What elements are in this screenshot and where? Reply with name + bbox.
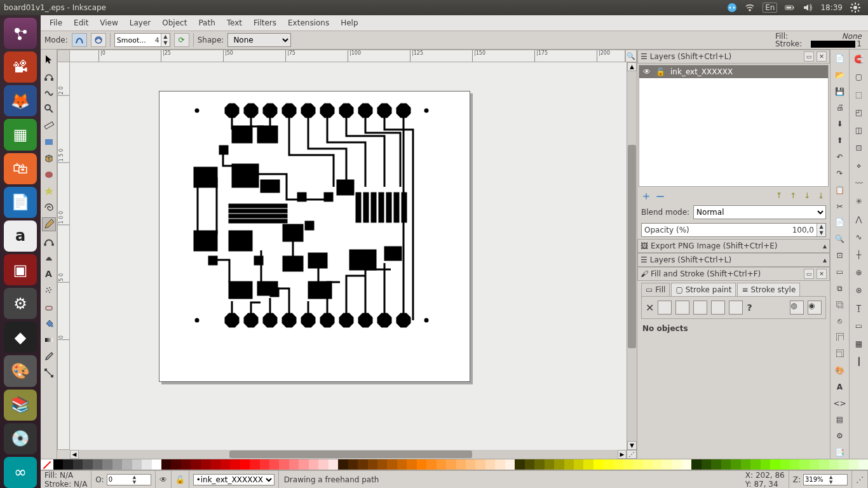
palette-swatch[interactable]: [505, 459, 515, 470]
fill-linear-button[interactable]: [675, 301, 689, 315]
snap-node[interactable]: ⋄: [852, 159, 866, 173]
layer-up-button[interactable]: ↑: [788, 191, 798, 201]
status-layer-vis[interactable]: 👁: [156, 471, 172, 488]
palette-swatch[interactable]: [849, 459, 858, 470]
palette-swatch[interactable]: [142, 459, 151, 470]
palette-swatch[interactable]: [485, 459, 495, 470]
palette-swatch[interactable]: [475, 459, 485, 470]
tool-bucket[interactable]: [42, 316, 56, 330]
snap-guide[interactable]: ┃: [852, 355, 866, 369]
palette-swatch[interactable]: [466, 459, 475, 470]
cmd-prefs[interactable]: ⚙: [833, 430, 847, 442]
launcher-writer[interactable]: 📄: [4, 187, 37, 218]
launcher-firefox[interactable]: 🦊: [4, 85, 37, 116]
layer-bottom-button[interactable]: ⤓: [816, 191, 826, 201]
snap-bbox-corner[interactable]: ◰: [852, 105, 866, 119]
layer-down-button[interactable]: ↓: [802, 191, 812, 201]
launcher-arduino[interactable]: ∞: [4, 457, 37, 488]
palette-swatch[interactable]: [329, 459, 338, 470]
layer-lock-icon[interactable]: 🔓: [656, 67, 665, 76]
mode-spiro-button[interactable]: [91, 33, 106, 47]
cmd-open[interactable]: 📂: [833, 69, 847, 81]
palette-swatch[interactable]: [682, 459, 691, 470]
layer-remove-button[interactable]: −: [655, 191, 665, 201]
palette-swatch[interactable]: [623, 459, 632, 470]
cmd-zoom-sel[interactable]: 🔍: [833, 233, 847, 245]
zoom-menu-button[interactable]: 🔍: [625, 50, 637, 62]
layer-visible-icon[interactable]: 👁: [643, 67, 651, 76]
palette-swatch[interactable]: [456, 459, 466, 470]
tool-eraser[interactable]: [42, 300, 56, 314]
palette-swatch[interactable]: [230, 459, 240, 470]
palette-swatch[interactable]: [171, 459, 180, 470]
layer-add-button[interactable]: ＋: [641, 191, 651, 201]
snap-smooth[interactable]: ∿: [852, 230, 866, 244]
horizontal-ruler[interactable]: |0|25|50|75|100|125|150|175|200: [70, 50, 625, 62]
palette-swatch[interactable]: [858, 459, 868, 470]
palette-swatch[interactable]: [829, 459, 839, 470]
palette-swatch[interactable]: [437, 459, 446, 470]
cmd-group[interactable]: ⿸: [833, 331, 847, 344]
palette-swatch[interactable]: [368, 459, 377, 470]
palette-swatch[interactable]: [672, 459, 682, 470]
layers-panel-title[interactable]: ☰ Layers (Shift+Ctrl+L) ▭ ✕: [637, 50, 830, 64]
fill-nonzero-button[interactable]: ◉: [808, 301, 822, 315]
menu-file[interactable]: File: [44, 17, 67, 29]
cmd-ungroup[interactable]: ⿹: [833, 348, 847, 360]
palette-swatch[interactable]: [721, 459, 731, 470]
horizontal-scrollbar[interactable]: ◀ ▶ ⋰: [57, 450, 637, 459]
cmd-copy[interactable]: 📋: [833, 184, 847, 196]
launcher-disc[interactable]: 💿: [4, 423, 37, 454]
palette-swatch[interactable]: [210, 459, 220, 470]
launcher-color[interactable]: 🎨: [4, 355, 37, 386]
tab-fill[interactable]: ▭Fill: [641, 283, 670, 296]
cmd-align[interactable]: ▤: [833, 414, 847, 426]
palette-none[interactable]: [41, 459, 53, 470]
palette-swatch[interactable]: [653, 459, 662, 470]
fill-unknown-button[interactable]: ?: [747, 302, 752, 313]
menu-path[interactable]: Path: [193, 17, 220, 29]
launcher-software[interactable]: 🛍: [4, 153, 37, 184]
fs-close-button[interactable]: ✕: [817, 269, 827, 279]
cmd-duplicate[interactable]: ⧉: [833, 282, 847, 295]
menu-layer[interactable]: Layer: [125, 17, 156, 29]
tool-ellipse[interactable]: [42, 168, 56, 182]
tab-stroke-paint[interactable]: ▢Stroke paint: [671, 283, 736, 296]
tool-measure[interactable]: [42, 118, 56, 132]
fill-swatch-button[interactable]: [729, 301, 743, 315]
palette-swatch[interactable]: [534, 459, 544, 470]
cmd-paste[interactable]: 📄: [833, 216, 847, 229]
fill-radial-button[interactable]: [693, 301, 707, 315]
tool-spray[interactable]: [42, 283, 56, 297]
opacity-up[interactable]: ▲: [817, 224, 825, 230]
palette-swatch[interactable]: [53, 459, 63, 470]
palette-swatch[interactable]: [810, 459, 819, 470]
tool-3dbox[interactable]: [42, 151, 56, 165]
hscroll-right[interactable]: ▶: [618, 450, 627, 459]
palette-swatch[interactable]: [642, 459, 652, 470]
palette-swatch[interactable]: [564, 459, 574, 470]
palette-swatch[interactable]: [122, 459, 132, 470]
layer-row[interactable]: 👁 🔓 ink_ext_XXXXXX: [639, 65, 828, 78]
palette-swatch[interactable]: [426, 459, 436, 470]
snap-cusp[interactable]: ⋀: [852, 212, 866, 226]
reset-smoothing-button[interactable]: ⟳: [174, 33, 189, 47]
cmd-zoom-page[interactable]: ▭: [833, 266, 847, 278]
cmd-xml[interactable]: <>: [833, 397, 847, 410]
smoothing-spin[interactable]: 4 ▲▼: [114, 33, 170, 47]
smoothing-label-input[interactable]: [115, 36, 148, 44]
palette-swatch[interactable]: [702, 459, 711, 470]
palette-swatch[interactable]: [220, 459, 230, 470]
mode-bezier-button[interactable]: [72, 33, 87, 47]
fs-detach-button[interactable]: ▭: [804, 269, 814, 279]
color-palette[interactable]: [41, 459, 868, 470]
palette-swatch[interactable]: [73, 459, 83, 470]
vertical-scrollbar[interactable]: ▲ ▼: [627, 62, 637, 450]
palette-swatch[interactable]: [839, 459, 848, 470]
launcher-inkscape[interactable]: ◆: [4, 322, 37, 353]
tool-bezier[interactable]: [42, 234, 56, 248]
palette-swatch[interactable]: [102, 459, 112, 470]
vscroll-up[interactable]: ▲: [627, 62, 637, 71]
fill-pattern-button[interactable]: [711, 301, 725, 315]
menu-object[interactable]: Object: [157, 17, 192, 29]
